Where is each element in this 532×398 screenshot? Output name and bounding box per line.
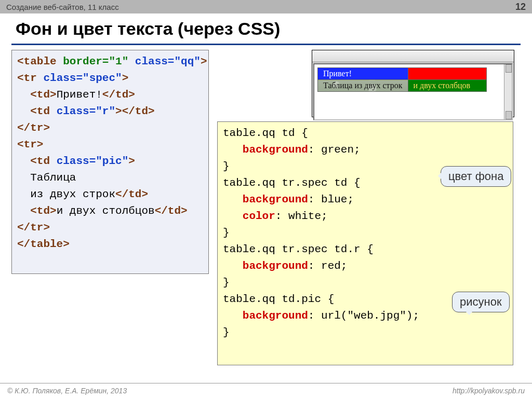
code: и двух столбцов — [57, 205, 155, 217]
example-cell: Привет! — [318, 68, 408, 80]
slide-header: Создание веб-сайтов, 11 класс 12 — [0, 0, 532, 13]
example-table: Привет! Таблица из двух строк и двух сто… — [317, 67, 487, 92]
code: : white; — [275, 210, 328, 222]
title-rule — [11, 44, 521, 45]
code — [223, 144, 243, 156]
example-window: Привет! Таблица из двух строк и двух сто… — [312, 50, 514, 117]
scrollbar-icon — [504, 64, 512, 119]
code: } — [223, 277, 230, 289]
code: table.qq td.pic { — [223, 293, 334, 305]
code: class="r" — [57, 105, 115, 117]
callout-text: цвет фона — [448, 170, 503, 183]
example-cell: и двух столбцов — [408, 80, 486, 92]
code: <table — [17, 56, 63, 67]
callout-text: рисунок — [460, 295, 502, 308]
code: <td> — [17, 89, 57, 101]
code: > — [128, 155, 135, 167]
code: background — [243, 310, 308, 322]
code — [128, 56, 135, 67]
code: table.qq td { — [223, 127, 308, 139]
code: background — [243, 194, 308, 205]
code: class="qq" — [135, 56, 201, 67]
code: } — [223, 326, 230, 338]
page-title: Фон и цвет текста (через CSS) — [16, 19, 280, 39]
example-cell — [408, 68, 486, 80]
code — [223, 210, 243, 222]
code: } — [223, 227, 230, 239]
css-code-block: table.qq td { background: green; } table… — [217, 121, 513, 365]
code: class="pic" — [57, 155, 129, 167]
subject-label: Создание веб-сайтов, 11 класс — [6, 3, 119, 11]
code: <tr> — [17, 139, 43, 150]
code: > — [201, 56, 207, 67]
code: <td> — [17, 205, 57, 217]
code: <td — [17, 155, 57, 167]
callout-pic: рисунок — [452, 292, 510, 312]
code: <tr — [17, 72, 43, 84]
code: Таблица — [17, 172, 76, 184]
code — [223, 194, 243, 205]
code: background — [243, 260, 308, 272]
code: : red; — [308, 260, 348, 272]
callout-bg: цвет фона — [441, 166, 511, 187]
footer-left: © К.Ю. Поляков, Е.А. Ерёмин, 2013 — [7, 387, 127, 395]
code: </tr> — [17, 122, 50, 134]
code: } — [223, 160, 230, 172]
code — [223, 260, 243, 272]
code: class="spec" — [43, 72, 122, 84]
code: > — [122, 72, 129, 84]
code: </table> — [17, 238, 70, 250]
page-number: 12 — [515, 2, 526, 12]
code: : url("web.jpg"); — [308, 310, 419, 322]
code: color — [243, 210, 275, 222]
example-cell: Таблица из двух строк — [318, 80, 408, 92]
code: Привет! — [57, 89, 102, 101]
code: </tr> — [17, 222, 50, 234]
code: table.qq tr.spec td { — [223, 177, 361, 189]
example-titlebar — [312, 50, 514, 62]
code: background — [243, 144, 308, 156]
code: ></td> — [115, 105, 155, 117]
code: из двух строк — [17, 188, 115, 200]
code — [223, 310, 243, 322]
code: : green; — [308, 144, 361, 156]
code: </td> — [155, 205, 188, 217]
html-code-block: <table border="1" class="qq"> <tr class=… — [11, 50, 209, 274]
footer-right: http://kpolyakov.spb.ru — [453, 387, 525, 395]
slide-footer: © К.Ю. Поляков, Е.А. Ерёмин, 2013 http:/… — [0, 383, 532, 398]
example-client: Привет! Таблица из двух строк и двух сто… — [313, 63, 513, 120]
code: : blue; — [308, 194, 354, 205]
code: </td> — [115, 188, 148, 200]
code: </td> — [102, 89, 135, 101]
code: table.qq tr.spec td.r { — [223, 243, 374, 255]
code: <td — [17, 105, 57, 117]
code: border="1" — [63, 56, 128, 67]
